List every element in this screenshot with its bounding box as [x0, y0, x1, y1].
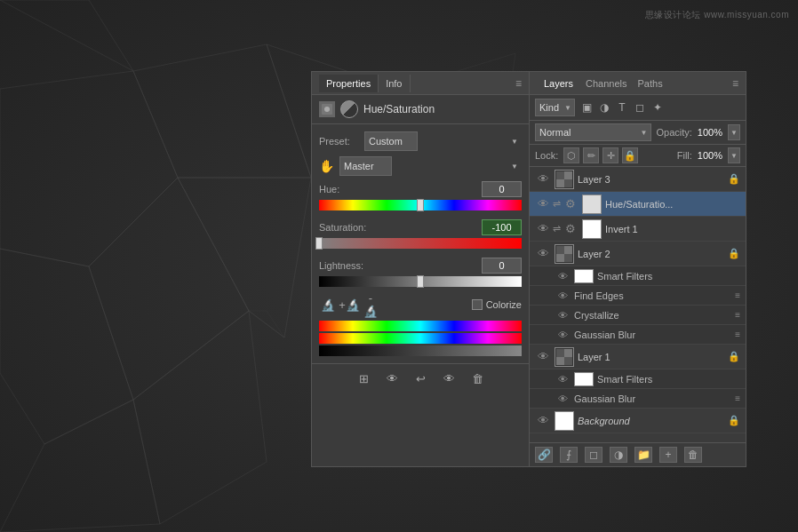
link-layers-button[interactable]: 🔗 — [535, 447, 553, 463]
eyedropper-button[interactable]: 🔬 — [319, 296, 337, 314]
channel-select[interactable]: Master Reds Yellows — [339, 156, 392, 176]
new-group-button[interactable]: 📁 — [634, 447, 652, 463]
add-style-button[interactable]: ⨍ — [560, 447, 578, 463]
layer-item-layer2[interactable]: 👁 Layer 2 🔒 — [530, 242, 746, 266]
layers-footer: 🔗 ⨍ ◻ ◑ 📁 + 🗑 — [530, 442, 746, 466]
huesat-name: Hue/Saturatio... — [605, 199, 740, 210]
layer1-lock-icon: 🔒 — [728, 351, 740, 362]
saturation-value-input[interactable] — [482, 219, 522, 235]
colorize-label: Colorize — [486, 299, 522, 310]
colorize-checkbox-row[interactable]: Colorize — [472, 299, 522, 310]
invert-options[interactable]: ⚙ — [563, 222, 579, 235]
filter-type-icon[interactable]: T — [614, 99, 630, 115]
kind-select[interactable]: Kind — [535, 99, 575, 116]
lightness-thumb[interactable] — [417, 275, 424, 288]
opacity-value[interactable]: 100% — [698, 127, 722, 138]
hue-track[interactable] — [319, 200, 522, 210]
filter-item-gaussian-blur-1[interactable]: 👁 Gaussian Blur ≡ — [530, 389, 746, 409]
fill-arrow[interactable]: ▼ — [728, 147, 740, 163]
sf2-visibility[interactable]: 👁 — [555, 271, 571, 282]
tab-properties[interactable]: Properties — [319, 75, 379, 92]
properties-menu-icon[interactable]: ≡ — [515, 77, 522, 90]
huesat-visibility[interactable]: 👁 — [535, 197, 551, 210]
sat-track[interactable] — [319, 238, 522, 249]
svg-rect-12 — [556, 357, 564, 365]
sat-thumb[interactable] — [315, 237, 323, 250]
blend-mode-select[interactable]: Normal Dissolve Multiply Screen Overlay — [535, 123, 651, 141]
eyedropper-add-button[interactable]: +🔬 — [340, 296, 358, 314]
background-visibility[interactable]: 👁 — [535, 414, 551, 427]
layer-item-background[interactable]: 👁 Background 🔒 — [530, 409, 746, 433]
invert-visibility[interactable]: 👁 — [535, 222, 551, 235]
find-edges-options-icon[interactable]: ≡ — [735, 290, 740, 300]
huesat-options[interactable]: ⚙ — [563, 197, 579, 210]
huesat-link-icon[interactable]: ⇌ — [553, 198, 561, 210]
new-layer-button[interactable]: + — [659, 447, 677, 463]
crystallize-options-icon[interactable]: ≡ — [735, 310, 740, 320]
add-layer-button[interactable]: ⊞ — [355, 369, 372, 387]
delete-layer-button[interactable]: 🗑 — [684, 447, 702, 463]
hue-thumb[interactable] — [417, 199, 424, 211]
lock-paint-button[interactable]: ✏ — [583, 147, 599, 163]
filter-item-gaussian-blur-2[interactable]: 👁 Gaussian Blur ≡ — [530, 325, 746, 345]
lock-transparent-button[interactable]: ⬡ — [563, 147, 579, 163]
properties-panel-header: Properties Info ≡ — [312, 72, 529, 95]
hue-value-input[interactable] — [482, 181, 522, 197]
lightness-track[interactable] — [319, 276, 522, 287]
hs-circle-icon — [340, 100, 358, 118]
gaussian-blur-1-options-icon[interactable]: ≡ — [735, 393, 740, 403]
properties-panel: Properties Info ≡ Hue/Saturation Preset: — [311, 71, 529, 467]
filter-adjust-icon[interactable]: ◑ — [596, 99, 612, 115]
tab-layers[interactable]: Layers — [537, 75, 580, 92]
tab-paths[interactable]: Paths — [633, 75, 668, 92]
add-mask-button[interactable]: ◻ — [585, 447, 602, 463]
background-right-icons: 🔒 — [728, 415, 740, 426]
lock-icons: ⬡ ✏ ✛ 🔒 — [563, 147, 638, 163]
svg-rect-5 — [564, 179, 572, 187]
filter-smart-icon[interactable]: ✦ — [650, 99, 666, 115]
blend-mode-row: Normal Dissolve Multiply Screen Overlay … — [530, 121, 746, 145]
filter-item-crystallize[interactable]: 👁 Crystallize ≡ — [530, 306, 746, 325]
lock-all-button[interactable]: 🔒 — [622, 147, 638, 163]
invert-link-icon[interactable]: ⇌ — [553, 223, 561, 234]
layers-menu-icon[interactable]: ≡ — [732, 77, 738, 90]
layer1-visibility[interactable]: 👁 — [535, 350, 551, 363]
layer-item-huesat[interactable]: 👁 ⇌ ⚙ Hue/Saturatio... — [530, 192, 746, 217]
visibility-button[interactable]: 👁 — [383, 369, 401, 387]
svg-rect-4 — [556, 179, 564, 187]
gaussian-blur-1-visibility[interactable]: 👁 — [555, 393, 571, 404]
layer3-name: Layer 3 — [578, 174, 728, 185]
layer2-visibility[interactable]: 👁 — [535, 247, 551, 260]
fill-label: Fill: — [677, 150, 692, 161]
find-edges-visibility[interactable]: 👁 — [555, 290, 571, 301]
opacity-arrow[interactable]: ▼ — [728, 124, 740, 140]
gaussian-blur-2-visibility[interactable]: 👁 — [555, 330, 571, 340]
gaussian-blur-2-options-icon[interactable]: ≡ — [735, 330, 740, 339]
invert-thumb — [582, 219, 602, 239]
fill-value[interactable]: 100% — [698, 150, 722, 161]
crystallize-visibility[interactable]: 👁 — [555, 310, 571, 321]
eyedropper-remove-button[interactable]: -🔬 — [362, 296, 379, 314]
filter-item-find-edges[interactable]: 👁 Find Edges ≡ — [530, 286, 746, 306]
view-button[interactable]: 👁 — [440, 369, 458, 387]
layer3-visibility[interactable]: 👁 — [535, 172, 551, 186]
tab-channels[interactable]: Channels — [580, 75, 632, 92]
layer2-smart-filters-header[interactable]: 👁 Smart Filters — [530, 266, 746, 286]
lock-move-button[interactable]: ✛ — [602, 147, 618, 163]
hand-tool-icon[interactable]: ✋ — [319, 159, 334, 173]
tab-info[interactable]: Info — [379, 75, 410, 92]
filter-shape-icon[interactable]: ◻ — [632, 99, 648, 115]
layer-item-layer3[interactable]: 👁 Layer 3 🔒 — [530, 167, 746, 192]
sf1-visibility[interactable]: 👁 — [555, 374, 571, 385]
reset-button[interactable]: ↩ — [411, 369, 429, 387]
layer-item-invert[interactable]: 👁 ⇌ ⚙ Invert 1 — [530, 217, 746, 242]
layer-item-layer1[interactable]: 👁 Layer 1 🔒 — [530, 345, 746, 369]
filter-pixel-icon[interactable]: ▣ — [579, 99, 595, 115]
svg-point-1 — [324, 107, 330, 112]
add-adjustment-button[interactable]: ◑ — [610, 447, 627, 463]
layer1-smart-filters-header[interactable]: 👁 Smart Filters — [530, 369, 746, 389]
colorize-checkbox[interactable] — [472, 299, 483, 310]
preset-select[interactable]: Custom Default — [364, 131, 418, 151]
lightness-value-input[interactable] — [482, 258, 522, 274]
delete-button[interactable]: 🗑 — [468, 369, 486, 387]
